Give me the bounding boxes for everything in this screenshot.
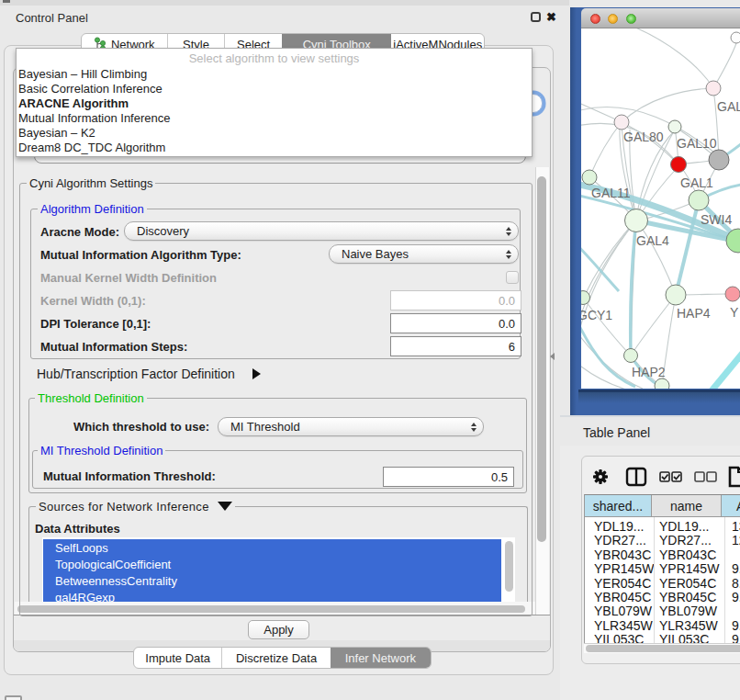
svg-text:GAL4: GAL4: [636, 233, 669, 248]
svg-text:Y: Y: [730, 305, 739, 320]
svg-text:GAL11: GAL11: [591, 186, 631, 200]
svg-text:GAL1: GAL1: [680, 175, 713, 190]
svg-text:SWI4: SWI4: [701, 212, 732, 227]
svg-text:GAL10: GAL10: [677, 136, 717, 151]
svg-text:HAP2: HAP2: [632, 365, 666, 379]
svg-text:GCY1: GCY1: [581, 308, 612, 322]
svg-text:GAL80: GAL80: [623, 130, 664, 144]
svg-text:HAP4: HAP4: [677, 306, 711, 321]
svg-text:GAL2: GAL2: [717, 99, 740, 114]
